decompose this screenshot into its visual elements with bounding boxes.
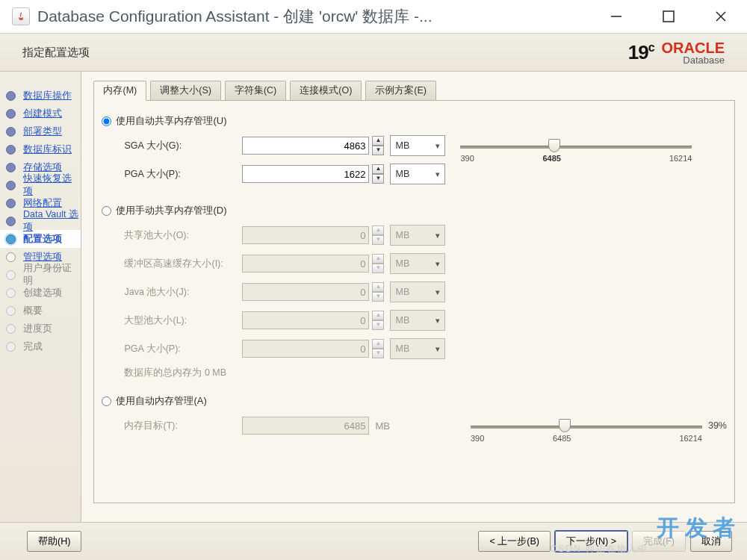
slider-thumb-icon: [559, 419, 571, 432]
sidebar-step[interactable]: 数据库操作: [0, 87, 81, 105]
sidebar-step: 概要: [0, 302, 81, 320]
sidebar-step[interactable]: 创建模式: [0, 105, 81, 122]
tab-charset[interactable]: 字符集(C): [225, 81, 286, 100]
window: Database Configuration Assistant - 创建 'o…: [0, 0, 747, 560]
tab-strip: 内存(M) 调整大小(S) 字符集(C) 连接模式(O) 示例方案(E): [81, 72, 747, 100]
svg-rect-1: [663, 11, 674, 22]
sidebar-step[interactable]: 数据库标识: [0, 140, 81, 158]
manual-mem-row: Java 池大小(J):▲▼MB: [124, 281, 727, 302]
sidebar-step[interactable]: Data Vault 选项: [0, 212, 81, 230]
target-input: [242, 417, 369, 435]
auto-mem-radio[interactable]: [102, 396, 111, 406]
content-area: 内存(M) 调整大小(S) 字符集(C) 连接模式(O) 示例方案(E) 使用自…: [81, 72, 747, 539]
tab-conn[interactable]: 连接模式(O): [290, 81, 362, 100]
header: 指定配置选项 19c ORACLEDatabase: [0, 34, 747, 72]
sga-unit[interactable]: MB: [390, 135, 445, 156]
sga-label: SGA 大小(G):: [124, 140, 236, 152]
radio-auto-shared[interactable]: 使用自动共享内存管理(U): [102, 114, 727, 128]
manual-mem-row: 共享池大小(O):▲▼MB: [124, 225, 727, 246]
manual-shared-radio[interactable]: [102, 206, 111, 216]
memory-panel: 使用自动共享内存管理(U) SGA 大小(G): ▲▼ MB 390 6485 …: [93, 100, 735, 503]
total-memory-note: 数据库的总内存为 0 MB: [124, 367, 727, 379]
sidebar-step[interactable]: 快速恢复选项: [0, 176, 81, 194]
close-button[interactable]: [695, 0, 747, 33]
sidebar-step: 进度页: [0, 320, 81, 337]
sga-input[interactable]: [242, 137, 369, 155]
sidebar-step[interactable]: 部署类型: [0, 122, 81, 140]
csdn-mark: CSDN @正在输入中………: [550, 543, 680, 556]
pga-label: PGA 大小(P):: [124, 168, 236, 181]
java-icon: [12, 7, 30, 25]
radio-manual-shared[interactable]: 使用手动共享内存管理(D): [102, 204, 727, 217]
manual-mem-row: PGA 大小(P):▲▼MB: [124, 338, 727, 359]
back-button[interactable]: < 上一步(B): [478, 531, 550, 552]
manual-mem-row: 缓冲区高速缓存大小(I):▲▼MB: [124, 253, 727, 274]
watermark: 开 发 者: [657, 513, 735, 544]
pga-input[interactable]: [242, 165, 369, 183]
oracle-brand: 19c ORACLEDatabase: [628, 40, 725, 65]
sidebar: 数据库操作创建模式部署类型数据库标识存储选项快速恢复选项网络配置Data Vau…: [0, 72, 81, 539]
minimize-button[interactable]: [590, 0, 642, 33]
sga-spinner[interactable]: ▲▼: [372, 136, 384, 155]
sidebar-step: 完成: [0, 337, 81, 355]
slider-thumb-icon[interactable]: [548, 139, 560, 152]
auto-shared-radio[interactable]: [102, 116, 111, 126]
target-label: 内存目标(T):: [124, 420, 236, 432]
tab-sizing[interactable]: 调整大小(S): [150, 81, 221, 100]
titlebar: Database Configuration Assistant - 创建 'o…: [0, 0, 747, 34]
manual-mem-row: 大型池大小(L):▲▼MB: [124, 310, 727, 331]
target-slider: 390 6485 16214: [471, 423, 702, 429]
sidebar-step: 用户身份证明: [0, 266, 81, 284]
tab-memory[interactable]: 内存(M): [93, 81, 146, 101]
radio-auto-mem[interactable]: 使用自动内存管理(A): [102, 394, 727, 408]
window-title: Database Configuration Assistant - 创建 'o…: [37, 6, 590, 27]
memory-slider[interactable]: 390 6485 16214: [460, 143, 692, 149]
pga-spinner[interactable]: ▲▼: [372, 164, 384, 184]
maximize-button[interactable]: [642, 0, 695, 33]
help-button[interactable]: 帮助(H): [27, 531, 81, 552]
page-title: 指定配置选项: [22, 46, 90, 60]
tab-sample[interactable]: 示例方案(E): [365, 81, 436, 100]
pga-unit[interactable]: MB: [390, 164, 445, 184]
